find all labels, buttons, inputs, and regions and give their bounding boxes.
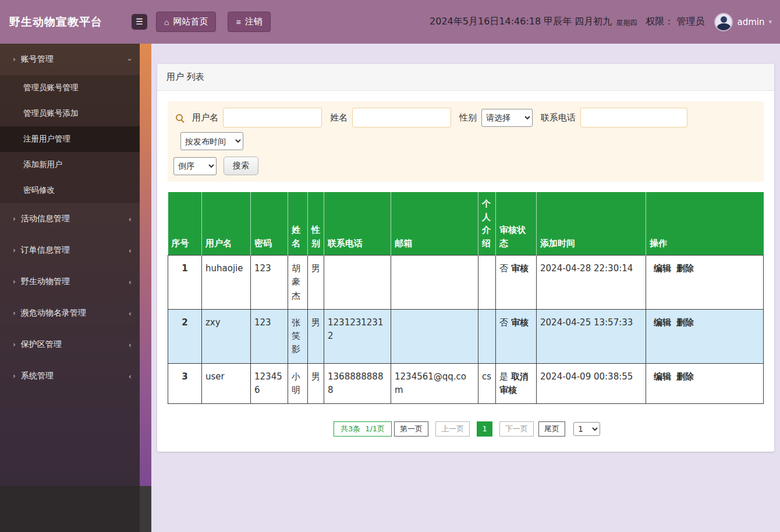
sort-field-select[interactable]: 按发布时间 bbox=[180, 132, 243, 150]
cell-actions: 编辑删除 bbox=[646, 309, 764, 363]
audit-action-link[interactable]: 审核 bbox=[511, 263, 529, 274]
home-icon: ⌂ bbox=[164, 18, 169, 26]
cell-seq: 2 bbox=[168, 309, 202, 363]
avatar[interactable] bbox=[714, 13, 733, 31]
cell-intro: cs bbox=[478, 363, 496, 404]
gender-select[interactable]: 请选择 bbox=[481, 109, 533, 127]
top-bar: 野生动物宣教平台 ☰ ⌂ 网站首页 ≡ 注销 2024年5月16日14:46:1… bbox=[0, 0, 780, 44]
chevron-down-icon: › bbox=[126, 58, 134, 61]
delete-link[interactable]: 删除 bbox=[676, 263, 694, 274]
sidebar-group-system[interactable]: › 系统管理 ‹ bbox=[0, 360, 140, 392]
cell-name: 胡豪杰 bbox=[288, 256, 308, 310]
cell-password: 123 bbox=[251, 309, 288, 363]
page-info: 1/1页 bbox=[365, 424, 385, 433]
cell-intro bbox=[478, 256, 496, 310]
sidebar-group-order-info[interactable]: › 订单信息管理 ‹ bbox=[0, 235, 140, 266]
cell-gender: 男 bbox=[308, 363, 324, 404]
current-page-button[interactable]: 1 bbox=[477, 421, 492, 437]
sidebar-item-password-change[interactable]: 密码修改 bbox=[0, 178, 140, 203]
delete-link[interactable]: 删除 bbox=[676, 371, 694, 382]
chevron-left-icon: ‹ bbox=[129, 215, 132, 223]
sidebar-group-reserve[interactable]: › 保护区管理 ‹ bbox=[0, 329, 140, 360]
col-header-name: 姓名 bbox=[288, 192, 308, 256]
cell-actions: 编辑删除 bbox=[646, 363, 764, 404]
username-input[interactable] bbox=[223, 108, 322, 127]
sidebar-submenu-account: 管理员账号管理 管理员账号添加 注册用户管理 添加新用户 密码修改 bbox=[0, 75, 140, 203]
col-header-gender: 性别 bbox=[308, 192, 324, 256]
sidebar-group-label: 订单信息管理 bbox=[21, 245, 123, 256]
table-row: 3 user 123456 小明 男 13688888888 1234561@q… bbox=[168, 363, 764, 404]
delete-link[interactable]: 删除 bbox=[676, 317, 694, 328]
cell-gender: 男 bbox=[308, 256, 324, 310]
sidebar-group-endangered-list[interactable]: › 濒危动物名录管理 ‹ bbox=[0, 297, 140, 329]
cell-email: 1234561@qq.com bbox=[391, 363, 478, 404]
name-label: 姓名 bbox=[330, 112, 348, 123]
pagination-summary: 共3条1/1页 bbox=[334, 421, 392, 437]
phone-input[interactable] bbox=[580, 108, 687, 127]
search-button[interactable]: 搜索 bbox=[224, 157, 258, 175]
sidebar-group-label: 保护区管理 bbox=[21, 339, 123, 350]
username-label: 用户名 bbox=[192, 112, 218, 123]
page-number-select[interactable]: 1 bbox=[573, 422, 600, 436]
sidebar-group-wildlife[interactable]: › 野生动物管理 ‹ bbox=[0, 266, 140, 297]
name-input[interactable] bbox=[352, 108, 451, 127]
pagination: 共3条1/1页第一页 上一页 1 下一页 尾页 1 bbox=[157, 404, 774, 451]
sidebar-item-add-new-user[interactable]: 添加新用户 bbox=[0, 152, 140, 178]
user-list-panel: 用户 列表 用户名 姓名 性别 请选择 联系电话 按发布时间 bbox=[157, 64, 774, 452]
chevron-left-icon: ‹ bbox=[129, 247, 132, 254]
gender-label: 性别 bbox=[459, 112, 477, 123]
col-header-actions: 操作 bbox=[646, 192, 764, 256]
logout-button[interactable]: ≡ 注销 bbox=[228, 12, 270, 32]
search-row-2: 倒序 搜索 bbox=[173, 157, 758, 175]
last-page-button[interactable]: 尾页 bbox=[538, 421, 565, 437]
edit-link[interactable]: 编辑 bbox=[654, 317, 671, 328]
table-row: 1 huhaojie 123 胡豪杰 男 否审核 2024-04-28 22:3… bbox=[168, 256, 764, 310]
col-header-intro: 个人介绍 bbox=[478, 192, 496, 256]
table-row: 2 zxy 123 张笑影 男 12312312312 否审核 2024-04-… bbox=[168, 309, 764, 363]
sort-order-select[interactable]: 倒序 bbox=[173, 157, 217, 175]
sidebar-group-label: 活动信息管理 bbox=[21, 214, 123, 224]
cell-phone: 12312312312 bbox=[324, 309, 391, 363]
first-page-button[interactable]: 第一页 bbox=[394, 421, 428, 437]
edit-link[interactable]: 编辑 bbox=[654, 263, 671, 274]
edit-link[interactable]: 编辑 bbox=[654, 371, 671, 382]
search-icon bbox=[176, 114, 183, 121]
sidebar-menu: › 账号管理 › 管理员账号管理 管理员账号添加 注册用户管理 添加新用户 密码… bbox=[0, 44, 140, 532]
cell-seq: 3 bbox=[168, 363, 202, 404]
cell-name: 张笑影 bbox=[288, 309, 308, 363]
cell-username: zxy bbox=[202, 309, 251, 363]
chevron-left-icon: ‹ bbox=[129, 373, 132, 380]
username-text[interactable]: admin bbox=[737, 17, 764, 27]
sidebar-item-admin-account-manage[interactable]: 管理员账号管理 bbox=[0, 75, 140, 101]
home-button[interactable]: ⌂ 网站首页 bbox=[156, 12, 216, 32]
sidebar-item-admin-account-add[interactable]: 管理员账号添加 bbox=[0, 101, 140, 126]
col-header-email: 邮箱 bbox=[391, 192, 478, 256]
user-table: 序号 用户名 密码 姓名 性别 联系电话 邮箱 个人介绍 审核状态 添加时间 操… bbox=[168, 192, 764, 404]
weekday-text: 星期四 bbox=[616, 18, 637, 28]
chevron-left-icon: ‹ bbox=[129, 310, 132, 317]
sidebar-group-activity-info[interactable]: › 活动信息管理 ‹ bbox=[0, 203, 140, 235]
cell-created: 2024-04-28 22:30:14 bbox=[537, 256, 646, 310]
sidebar-item-registered-user-manage[interactable]: 注册用户管理 bbox=[0, 126, 140, 152]
user-dropdown-caret-icon[interactable]: ▾ bbox=[768, 18, 772, 26]
prev-page-button[interactable]: 上一页 bbox=[435, 421, 470, 437]
col-header-password: 密码 bbox=[251, 192, 288, 256]
chevron-left-icon: ‹ bbox=[129, 341, 132, 349]
col-header-seq: 序号 bbox=[168, 192, 202, 256]
caret-right-icon: › bbox=[13, 278, 16, 285]
next-page-button[interactable]: 下一页 bbox=[499, 421, 534, 437]
caret-right-icon: › bbox=[13, 56, 16, 63]
audit-status-text: 否 bbox=[499, 263, 508, 274]
sidebar-group-label: 野生动物管理 bbox=[21, 276, 123, 287]
cell-intro bbox=[478, 309, 496, 363]
caret-right-icon: › bbox=[13, 310, 16, 317]
cell-audit: 否审核 bbox=[496, 309, 537, 363]
sidebar-group-account[interactable]: › 账号管理 › bbox=[0, 44, 140, 75]
sidebar-group-label: 濒危动物名录管理 bbox=[21, 308, 123, 318]
caret-right-icon: › bbox=[13, 341, 16, 348]
cell-created: 2024-04-25 13:57:33 bbox=[537, 309, 646, 363]
permission-text: 权限： 管理员 bbox=[646, 16, 704, 28]
hamburger-menu-icon[interactable]: ☰ bbox=[132, 14, 147, 30]
app-title: 野生动物宣教平台 bbox=[0, 15, 140, 30]
audit-action-link[interactable]: 审核 bbox=[511, 317, 529, 328]
